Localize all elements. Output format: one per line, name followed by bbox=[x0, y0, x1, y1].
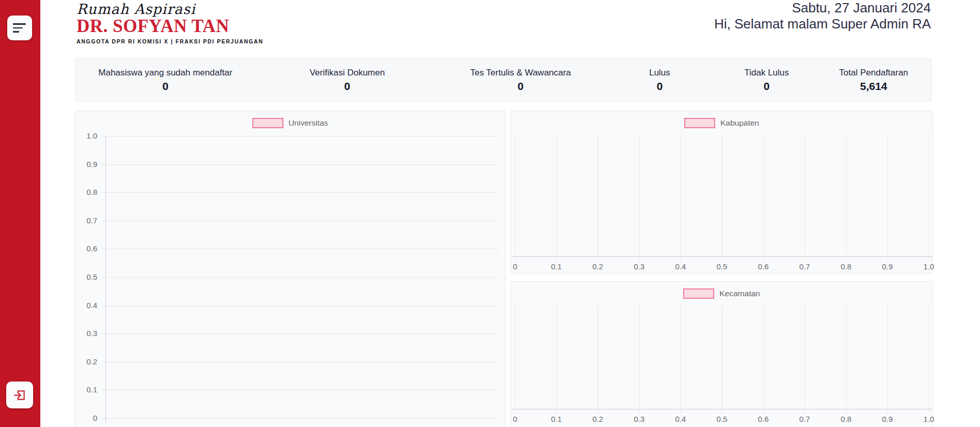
stat-value: 0 bbox=[602, 80, 717, 93]
y-axis-tick-label: 0.5 bbox=[79, 272, 97, 281]
stat-value: 0 bbox=[255, 80, 440, 93]
y-axis-tick-label: 0.6 bbox=[79, 244, 97, 253]
x-axis-tick-label: 0.7 bbox=[793, 262, 816, 271]
stat-label: Verifikasi Dokumen bbox=[255, 68, 440, 78]
grid-line bbox=[722, 134, 722, 260]
x-axis-tick-label: 0.5 bbox=[711, 262, 733, 271]
stat-lulus: Lulus 0 bbox=[602, 68, 717, 93]
grid-line bbox=[598, 304, 598, 413]
x-axis-tick-label: 0.2 bbox=[586, 262, 609, 271]
grid-line bbox=[515, 134, 516, 260]
x-axis-tick-label: 0.3 bbox=[628, 415, 651, 423]
grid-line bbox=[101, 221, 499, 221]
x-axis-tick-label: 1.0 bbox=[917, 415, 940, 423]
stat-total-pendaftaran: Total Pendaftaran 5,614 bbox=[816, 68, 931, 93]
grid-line bbox=[805, 304, 805, 413]
grid-line bbox=[556, 304, 557, 413]
grid-line bbox=[887, 134, 888, 260]
stat-label: Lulus bbox=[602, 68, 717, 78]
x-axis-tick-label: 0.8 bbox=[835, 415, 857, 423]
grid-line bbox=[929, 304, 929, 413]
menu-toggle-button[interactable] bbox=[7, 16, 32, 40]
x-axis-tick-label: 0.4 bbox=[669, 262, 692, 271]
grid-line bbox=[101, 164, 499, 165]
stat-value: 0 bbox=[76, 80, 255, 93]
x-axis-tick-label: 0.6 bbox=[752, 262, 775, 271]
legend-color-box bbox=[252, 118, 283, 128]
grid-line bbox=[101, 249, 499, 249]
x-axis-tick-label: 0 bbox=[504, 415, 526, 423]
legend-label: Kecamatan bbox=[719, 289, 760, 298]
dashboard-page: { "header": { "logo": { "script": "Rumah… bbox=[0, 0, 980, 427]
x-axis-line bbox=[511, 256, 932, 257]
grid-line bbox=[101, 390, 499, 390]
x-axis-tick-label: 0.1 bbox=[545, 415, 568, 423]
x-axis-tick-label: 1.0 bbox=[917, 262, 940, 271]
date-text: Sabtu, 27 Januari 2024 bbox=[714, 0, 931, 16]
y-axis-line bbox=[105, 136, 106, 422]
legend-label: Universitas bbox=[289, 118, 328, 128]
stat-mahasiswa-mendaftar: Mahasiswa yang sudah mendaftar 0 bbox=[76, 68, 255, 93]
grid-line bbox=[763, 304, 764, 413]
kecamatan-legend-item[interactable]: Kecamatan bbox=[511, 288, 932, 299]
logout-icon bbox=[13, 388, 26, 402]
universitas-legend-item[interactable]: Universitas bbox=[76, 117, 505, 129]
stat-label: Tidak Lulus bbox=[717, 68, 816, 78]
stat-label: Tes Tertulis & Wawancara bbox=[439, 68, 601, 78]
y-axis-tick-label: 0.4 bbox=[79, 301, 97, 310]
grid-line bbox=[101, 362, 499, 362]
legend-color-box bbox=[683, 288, 714, 299]
grid-line bbox=[805, 134, 805, 260]
x-axis-line bbox=[511, 409, 932, 409]
grid-line bbox=[101, 277, 499, 278]
x-axis-tick-label: 0.6 bbox=[752, 415, 775, 423]
grid-line bbox=[101, 418, 499, 419]
grid-line bbox=[515, 304, 516, 413]
logo-name-line: DR. SOFYAN TAN bbox=[77, 17, 263, 36]
sidebar bbox=[0, 0, 40, 427]
grid-line bbox=[681, 134, 681, 260]
grid-line bbox=[639, 304, 640, 413]
stats-bar: Mahasiswa yang sudah mendaftar 0 Verifik… bbox=[75, 58, 932, 102]
logo-script-line: Rumah Aspirasi bbox=[77, 1, 263, 17]
grid-line bbox=[598, 134, 598, 260]
grid-line bbox=[846, 304, 847, 413]
y-axis-tick-label: 0.9 bbox=[79, 160, 97, 169]
grid-line bbox=[681, 304, 681, 413]
legend-label: Kabupaten bbox=[720, 118, 759, 128]
header-right: Sabtu, 27 Januari 2024 Hi, Selamat malam… bbox=[714, 0, 931, 32]
x-axis-tick-label: 0 bbox=[504, 262, 526, 271]
universitas-chart-card: Universitas 1.00.90.80.70.60.50.40.30.20… bbox=[75, 111, 505, 427]
grid-line bbox=[887, 304, 888, 413]
x-axis-tick-label: 0.4 bbox=[669, 415, 692, 423]
stat-value: 0 bbox=[717, 80, 816, 93]
grid-line bbox=[763, 134, 764, 260]
x-axis-tick-label: 0.2 bbox=[586, 415, 609, 423]
stat-tidak-lulus: Tidak Lulus 0 bbox=[717, 68, 816, 93]
y-axis-tick-label: 1.0 bbox=[79, 131, 97, 140]
grid-line bbox=[639, 134, 640, 260]
grid-line bbox=[929, 134, 929, 260]
x-axis-tick-label: 0.1 bbox=[545, 262, 568, 271]
kabupaten-chart-card: Kabupaten 00.10.20.30.40.50.60.70.80.91.… bbox=[510, 111, 933, 273]
x-axis-tick-label: 0.3 bbox=[628, 262, 651, 271]
greeting-text: Hi, Selamat malam Super Admin RA bbox=[714, 16, 931, 32]
stat-verifikasi-dokumen: Verifikasi Dokumen 0 bbox=[255, 68, 440, 93]
logout-button[interactable] bbox=[6, 382, 33, 408]
y-axis-tick-label: 0.2 bbox=[79, 357, 97, 366]
stat-value: 5,614 bbox=[816, 80, 931, 93]
stat-label: Total Pendaftaran bbox=[816, 68, 931, 78]
stat-tes-tertulis-wawancara: Tes Tertulis & Wawancara 0 bbox=[439, 68, 601, 93]
align-left-menu-icon bbox=[13, 22, 26, 34]
grid-line bbox=[101, 333, 499, 334]
y-axis-tick-label: 0 bbox=[79, 414, 97, 422]
y-axis-tick-label: 0.1 bbox=[79, 385, 97, 394]
stat-label: Mahasiswa yang sudah mendaftar bbox=[76, 68, 255, 78]
grid-line bbox=[101, 136, 499, 136]
app-logo: Rumah Aspirasi DR. SOFYAN TAN ANGGOTA DP… bbox=[77, 1, 263, 44]
kabupaten-legend-item[interactable]: Kabupaten bbox=[511, 117, 932, 129]
grid-line bbox=[556, 134, 557, 260]
logo-subtitle-line: ANGGOTA DPR RI KOMISI X | FRAKSI PDI PER… bbox=[77, 38, 263, 44]
x-axis-tick-label: 0.9 bbox=[876, 262, 899, 271]
x-axis-tick-label: 0.5 bbox=[711, 415, 733, 423]
